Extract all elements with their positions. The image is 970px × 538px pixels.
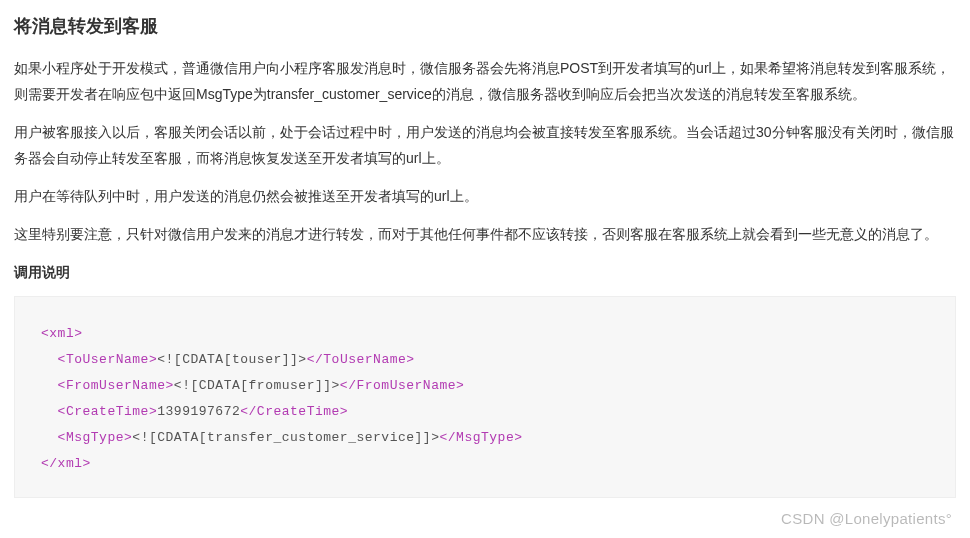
line-2: <ToUserName><![CDATA[touser]]></ToUserNa…: [58, 352, 415, 367]
line-3: <FromUserName><![CDATA[fromuser]]></From…: [58, 378, 465, 393]
line-1: <xml>: [41, 326, 83, 341]
tag-xml-open: <xml>: [41, 326, 83, 341]
paragraph-4: 这里特别要注意，只针对微信用户发来的消息才进行转发，而对于其他任何事件都不应该转…: [14, 222, 956, 248]
line-5: <MsgType><![CDATA[transfer_customer_serv…: [58, 430, 523, 445]
tag-msg-close: </MsgType>: [439, 430, 522, 445]
heading: 将消息转发到客服: [14, 10, 956, 42]
text-to: <![CDATA[touser]]>: [157, 352, 306, 367]
watermark: CSDN @Lonelypatients°: [781, 505, 952, 532]
tag-xml-close: </xml>: [41, 456, 91, 471]
line-6: </xml>: [41, 456, 91, 471]
paragraph-1: 如果小程序处于开发模式，普通微信用户向小程序客服发消息时，微信服务器会先将消息P…: [14, 56, 956, 108]
text-time: 1399197672: [157, 404, 240, 419]
text-from: <![CDATA[fromuser]]>: [174, 378, 340, 393]
code-block: <xml> <ToUserName><![CDATA[touser]]></To…: [14, 296, 956, 498]
tag-from-open: <FromUserName>: [58, 378, 174, 393]
paragraph-3: 用户在等待队列中时，用户发送的消息仍然会被推送至开发者填写的url上。: [14, 184, 956, 210]
tag-from-close: </FromUserName>: [340, 378, 465, 393]
paragraph-2: 用户被客服接入以后，客服关闭会话以前，处于会话过程中时，用户发送的消息均会被直接…: [14, 120, 956, 172]
line-4: <CreateTime>1399197672</CreateTime>: [58, 404, 349, 419]
tag-time-open: <CreateTime>: [58, 404, 158, 419]
tag-msg-open: <MsgType>: [58, 430, 133, 445]
tag-to-open: <ToUserName>: [58, 352, 158, 367]
tag-time-close: </CreateTime>: [240, 404, 348, 419]
subheading-usage: 调用说明: [14, 260, 956, 286]
tag-to-close: </ToUserName>: [307, 352, 415, 367]
text-msg: <![CDATA[transfer_customer_service]]>: [132, 430, 439, 445]
